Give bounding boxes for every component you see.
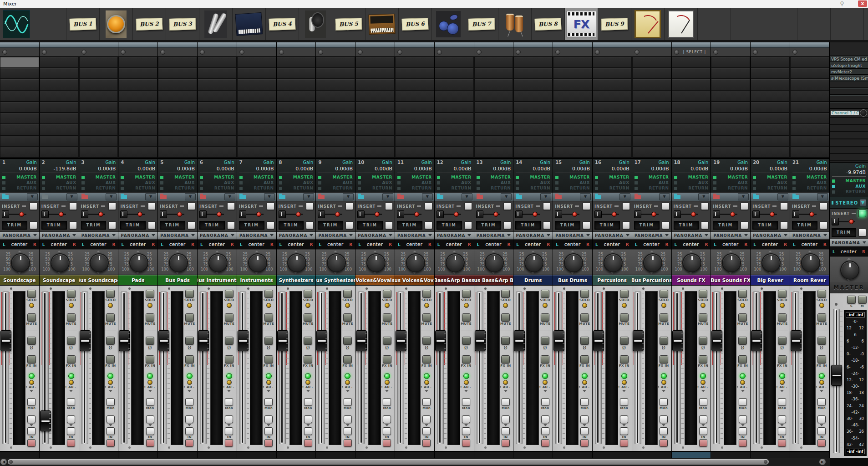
trim-toggle[interactable] [701, 221, 709, 229]
monitor-button[interactable] [304, 398, 312, 406]
plugin-slot[interactable] [356, 68, 394, 80]
fader-track[interactable] [713, 292, 720, 444]
input-up-button[interactable] [344, 415, 352, 423]
pan-readout[interactable]: L center R [830, 246, 868, 257]
fader-track[interactable] [635, 292, 641, 444]
plugin-slots[interactable] [751, 56, 790, 158]
plugin-slot[interactable] [198, 124, 236, 136]
plugin-slot[interactable] [119, 113, 157, 124]
solo-button[interactable] [541, 290, 549, 298]
track-name[interactable]: Soundscape [0, 275, 39, 286]
fx-in-button[interactable] [660, 355, 668, 364]
pan-readout[interactable]: L center R [593, 239, 632, 250]
device-bar[interactable]: ▼ [672, 192, 711, 201]
plugin-slot[interactable] [198, 147, 236, 158]
plugin-slots[interactable] [198, 56, 237, 158]
plugin-slot[interactable] [0, 113, 39, 124]
gain-value[interactable]: 0.00dB [555, 166, 590, 173]
plugin-slot[interactable] [198, 68, 236, 80]
plugin-slot[interactable] [435, 68, 473, 80]
track-icon-7[interactable] [199, 8, 233, 40]
pan-knob[interactable] [366, 253, 386, 272]
gain-label[interactable]: Gain [224, 160, 234, 165]
fx-in-button[interactable] [699, 355, 707, 364]
route-return[interactable]: RETURN [832, 189, 866, 195]
plugin-slot[interactable] [514, 102, 552, 113]
route-aux[interactable]: AUX [832, 184, 866, 189]
plugin-slot[interactable] [751, 124, 789, 136]
device-bar[interactable]: ▼ [593, 192, 632, 201]
solo-button[interactable] [67, 290, 76, 298]
track-icon-4[interactable] [100, 8, 133, 40]
input-up-button[interactable] [146, 415, 154, 423]
trim-button[interactable]: TRIM [752, 221, 778, 230]
solo-button[interactable] [383, 290, 391, 298]
plugin-slot[interactable] [119, 57, 157, 68]
insert-button[interactable] [503, 202, 511, 210]
input-up-button[interactable] [817, 415, 826, 423]
route-master[interactable]: MASTER [674, 174, 709, 180]
input-down-button[interactable] [107, 427, 115, 435]
route-return[interactable]: RETURN [437, 185, 472, 191]
solo-button[interactable] [699, 290, 707, 298]
fx-in-button[interactable] [185, 355, 194, 364]
track-icon-18[interactable]: FX [565, 8, 598, 40]
pan-readout[interactable]: L center R [79, 239, 118, 250]
insert-slider[interactable] [397, 210, 432, 218]
folder-icon[interactable] [239, 195, 246, 199]
plugin-slot[interactable] [158, 136, 197, 147]
record-button[interactable] [107, 439, 115, 447]
plugin-slot[interactable] [593, 57, 631, 68]
plugin-slot[interactable] [475, 102, 513, 113]
horizontal-scrollbar[interactable]: ◀ ▶ [0, 458, 830, 466]
device-dropdown[interactable]: ▼ [185, 193, 196, 200]
panorama-header[interactable]: PANORAMA [0, 232, 39, 239]
plugin-slot[interactable] [633, 136, 671, 147]
route-aux[interactable]: AUX [200, 180, 234, 185]
fx-in-button[interactable] [225, 355, 233, 364]
pan-readout[interactable]: L center R [632, 239, 671, 250]
insert-button[interactable] [701, 202, 709, 210]
track-name[interactable]: Percusions [593, 275, 632, 286]
plugin-slot[interactable] [0, 57, 39, 68]
plugin-slot[interactable] [158, 124, 197, 136]
gain-label[interactable]: Gain [855, 164, 866, 169]
phase-button[interactable] [817, 337, 826, 345]
insert-slider-handle[interactable] [437, 210, 444, 218]
plugin-slot[interactable] [316, 79, 355, 91]
pan-readout[interactable]: L center R [158, 239, 197, 250]
fader-track[interactable] [358, 292, 365, 444]
plugin-slot[interactable] [791, 113, 829, 124]
input-down-button[interactable] [422, 427, 431, 435]
gain-label[interactable]: Gain [264, 160, 274, 165]
plugin-slots[interactable] [632, 56, 671, 158]
plugin-slots[interactable] [158, 56, 197, 158]
plugin-slot[interactable] [791, 68, 829, 80]
pan-readout[interactable]: L center R [751, 239, 790, 250]
fader-track[interactable] [2, 292, 9, 444]
plugin-slot[interactable] [158, 57, 197, 68]
gain-value[interactable]: 0.00dB [635, 166, 669, 173]
mute-button[interactable] [699, 313, 707, 322]
solo-button[interactable] [343, 290, 352, 298]
input-down-button[interactable] [778, 427, 786, 435]
gain-label[interactable]: Gain [66, 160, 76, 165]
input-up-button[interactable] [739, 415, 747, 423]
mute-button[interactable] [304, 313, 312, 322]
track-name[interactable]: Drums [513, 275, 553, 286]
plugin-slot[interactable] [711, 68, 750, 80]
device-bar[interactable]: ▼ [158, 192, 197, 201]
insert-button[interactable] [464, 202, 472, 210]
input-up-button[interactable] [225, 415, 233, 423]
fx-in-button[interactable] [383, 355, 391, 364]
plugin-slot[interactable] [396, 124, 434, 136]
plugin-slots[interactable] [316, 56, 355, 158]
fx-in-button[interactable] [580, 355, 589, 364]
plugin-slot[interactable] [593, 136, 631, 147]
device-dropdown[interactable]: ▼ [27, 193, 38, 200]
plugin-slot[interactable] [198, 102, 236, 113]
trim-toggle[interactable] [820, 221, 827, 229]
trim-button[interactable]: TRIM [2, 221, 27, 230]
plugin-slot[interactable] [475, 68, 513, 80]
folder-icon[interactable] [2, 195, 9, 199]
